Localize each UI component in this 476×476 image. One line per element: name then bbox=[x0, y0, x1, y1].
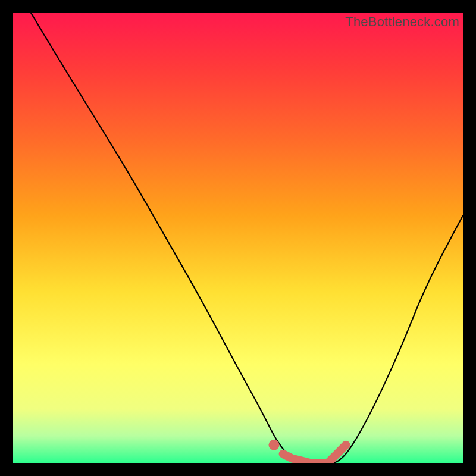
highlight-segment bbox=[283, 445, 346, 463]
highlight-dot bbox=[268, 440, 279, 450]
curve-layer bbox=[13, 13, 463, 463]
chart-frame: TheBottleneck.com bbox=[0, 0, 476, 476]
bottleneck-curve bbox=[31, 13, 463, 463]
plot-area: TheBottleneck.com bbox=[13, 13, 463, 463]
